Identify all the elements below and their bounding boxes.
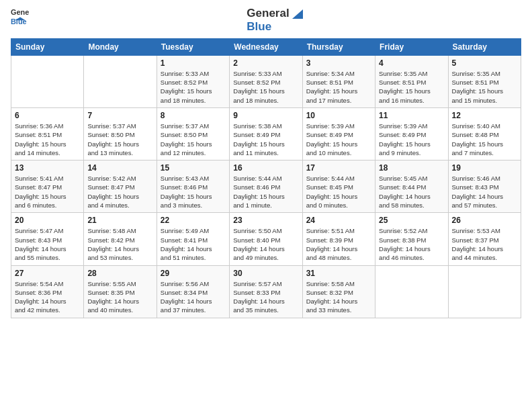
week-row-1: 1Sunrise: 5:33 AM Sunset: 8:52 PM Daylig… bbox=[11, 55, 521, 107]
day-info: Sunrise: 5:53 AM Sunset: 8:37 PM Dayligh… bbox=[452, 226, 517, 262]
day-number: 25 bbox=[379, 216, 444, 225]
weekday-header-monday: Monday bbox=[84, 38, 157, 55]
calendar-cell: 31Sunrise: 5:58 AM Sunset: 8:32 PM Dayli… bbox=[302, 265, 375, 318]
day-info: Sunrise: 5:44 AM Sunset: 8:46 PM Dayligh… bbox=[233, 174, 298, 210]
week-row-5: 27Sunrise: 5:54 AM Sunset: 8:36 PM Dayli… bbox=[11, 265, 521, 318]
calendar-cell: 19Sunrise: 5:46 AM Sunset: 8:43 PM Dayli… bbox=[448, 161, 521, 213]
calendar-cell: 4Sunrise: 5:35 AM Sunset: 8:51 PM Daylig… bbox=[375, 55, 448, 107]
day-info: Sunrise: 5:43 AM Sunset: 8:46 PM Dayligh… bbox=[161, 174, 226, 210]
calendar-cell: 15Sunrise: 5:43 AM Sunset: 8:46 PM Dayli… bbox=[157, 161, 229, 213]
calendar-cell bbox=[11, 55, 84, 107]
calendar-cell: 7Sunrise: 5:37 AM Sunset: 8:50 PM Daylig… bbox=[84, 107, 157, 160]
day-info: Sunrise: 5:58 AM Sunset: 8:32 PM Dayligh… bbox=[306, 279, 371, 315]
svg-marker-3 bbox=[292, 9, 303, 19]
calendar-cell bbox=[84, 55, 157, 107]
calendar-cell: 10Sunrise: 5:39 AM Sunset: 8:49 PM Dayli… bbox=[302, 107, 375, 160]
logo: General Blue bbox=[11, 7, 30, 26]
header: General Blue GeneralBlue bbox=[11, 7, 521, 34]
calendar-cell: 25Sunrise: 5:52 AM Sunset: 8:38 PM Dayli… bbox=[375, 213, 448, 265]
weekday-header-wednesday: Wednesday bbox=[230, 38, 302, 55]
day-number: 21 bbox=[87, 216, 152, 225]
calendar-cell: 28Sunrise: 5:55 AM Sunset: 8:35 PM Dayli… bbox=[84, 265, 157, 318]
day-number: 28 bbox=[87, 269, 152, 278]
calendar-cell: 13Sunrise: 5:41 AM Sunset: 8:47 PM Dayli… bbox=[11, 161, 84, 213]
svg-text:General: General bbox=[11, 8, 30, 16]
day-info: Sunrise: 5:34 AM Sunset: 8:51 PM Dayligh… bbox=[306, 69, 371, 105]
day-info: Sunrise: 5:33 AM Sunset: 8:52 PM Dayligh… bbox=[161, 69, 226, 105]
day-number: 14 bbox=[87, 163, 152, 173]
calendar-cell: 8Sunrise: 5:37 AM Sunset: 8:50 PM Daylig… bbox=[157, 107, 229, 160]
logo-general: General bbox=[247, 7, 289, 20]
week-row-4: 20Sunrise: 5:47 AM Sunset: 8:43 PM Dayli… bbox=[11, 213, 521, 265]
calendar-cell bbox=[448, 265, 521, 318]
calendar-cell: 3Sunrise: 5:34 AM Sunset: 8:51 PM Daylig… bbox=[302, 55, 375, 107]
day-number: 7 bbox=[87, 111, 152, 120]
day-number: 3 bbox=[306, 58, 371, 68]
day-info: Sunrise: 5:42 AM Sunset: 8:47 PM Dayligh… bbox=[87, 174, 152, 210]
day-number: 17 bbox=[306, 163, 371, 173]
calendar-cell: 17Sunrise: 5:44 AM Sunset: 8:45 PM Dayli… bbox=[302, 161, 375, 213]
day-number: 13 bbox=[15, 163, 80, 173]
calendar-cell: 24Sunrise: 5:51 AM Sunset: 8:39 PM Dayli… bbox=[302, 213, 375, 265]
day-number: 29 bbox=[161, 269, 226, 278]
day-info: Sunrise: 5:41 AM Sunset: 8:47 PM Dayligh… bbox=[15, 174, 80, 210]
day-number: 19 bbox=[452, 163, 517, 173]
logo-text-block: GeneralBlue bbox=[247, 7, 304, 34]
day-number: 22 bbox=[161, 216, 226, 225]
day-info: Sunrise: 5:35 AM Sunset: 8:51 PM Dayligh… bbox=[452, 69, 517, 105]
day-number: 27 bbox=[15, 269, 80, 278]
calendar-cell bbox=[375, 265, 448, 318]
weekday-header-friday: Friday bbox=[375, 38, 448, 55]
day-number: 20 bbox=[15, 216, 80, 225]
day-number: 23 bbox=[233, 216, 298, 225]
calendar-cell: 26Sunrise: 5:53 AM Sunset: 8:37 PM Dayli… bbox=[448, 213, 521, 265]
day-number: 18 bbox=[379, 163, 444, 173]
day-info: Sunrise: 5:45 AM Sunset: 8:44 PM Dayligh… bbox=[379, 174, 444, 210]
calendar-cell: 23Sunrise: 5:50 AM Sunset: 8:40 PM Dayli… bbox=[230, 213, 302, 265]
calendar-cell: 22Sunrise: 5:49 AM Sunset: 8:41 PM Dayli… bbox=[157, 213, 229, 265]
day-info: Sunrise: 5:49 AM Sunset: 8:41 PM Dayligh… bbox=[161, 226, 226, 262]
day-number: 2 bbox=[233, 58, 298, 68]
day-info: Sunrise: 5:40 AM Sunset: 8:48 PM Dayligh… bbox=[452, 122, 517, 157]
weekday-header-sunday: Sunday bbox=[11, 38, 84, 55]
weekday-header-tuesday: Tuesday bbox=[157, 38, 229, 55]
day-number: 5 bbox=[452, 58, 517, 68]
day-number: 10 bbox=[306, 111, 371, 120]
week-row-3: 13Sunrise: 5:41 AM Sunset: 8:47 PM Dayli… bbox=[11, 161, 521, 213]
logo-icon: General Blue bbox=[11, 7, 30, 26]
day-info: Sunrise: 5:36 AM Sunset: 8:51 PM Dayligh… bbox=[15, 122, 80, 157]
calendar-cell: 1Sunrise: 5:33 AM Sunset: 8:52 PM Daylig… bbox=[157, 55, 229, 107]
day-number: 24 bbox=[306, 216, 371, 225]
week-row-2: 6Sunrise: 5:36 AM Sunset: 8:51 PM Daylig… bbox=[11, 107, 521, 160]
day-number: 31 bbox=[306, 269, 371, 278]
calendar-cell: 2Sunrise: 5:33 AM Sunset: 8:52 PM Daylig… bbox=[230, 55, 302, 107]
calendar-cell: 14Sunrise: 5:42 AM Sunset: 8:47 PM Dayli… bbox=[84, 161, 157, 213]
calendar-table: SundayMondayTuesdayWednesdayThursdayFrid… bbox=[11, 38, 521, 318]
day-number: 30 bbox=[233, 269, 298, 278]
day-info: Sunrise: 5:38 AM Sunset: 8:49 PM Dayligh… bbox=[233, 122, 298, 157]
day-info: Sunrise: 5:57 AM Sunset: 8:33 PM Dayligh… bbox=[233, 279, 298, 315]
day-info: Sunrise: 5:50 AM Sunset: 8:40 PM Dayligh… bbox=[233, 226, 298, 262]
day-info: Sunrise: 5:37 AM Sunset: 8:50 PM Dayligh… bbox=[87, 122, 152, 157]
day-number: 8 bbox=[161, 111, 226, 120]
day-number: 1 bbox=[161, 58, 226, 68]
calendar-cell: 20Sunrise: 5:47 AM Sunset: 8:43 PM Dayli… bbox=[11, 213, 84, 265]
day-info: Sunrise: 5:47 AM Sunset: 8:43 PM Dayligh… bbox=[15, 226, 80, 262]
calendar-cell: 9Sunrise: 5:38 AM Sunset: 8:49 PM Daylig… bbox=[230, 107, 302, 160]
calendar-cell: 27Sunrise: 5:54 AM Sunset: 8:36 PM Dayli… bbox=[11, 265, 84, 318]
day-number: 6 bbox=[15, 111, 80, 120]
day-info: Sunrise: 5:39 AM Sunset: 8:49 PM Dayligh… bbox=[306, 122, 371, 157]
day-info: Sunrise: 5:46 AM Sunset: 8:43 PM Dayligh… bbox=[452, 174, 517, 210]
day-info: Sunrise: 5:33 AM Sunset: 8:52 PM Dayligh… bbox=[233, 69, 298, 105]
calendar-cell: 21Sunrise: 5:48 AM Sunset: 8:42 PM Dayli… bbox=[84, 213, 157, 265]
weekday-header-row: SundayMondayTuesdayWednesdayThursdayFrid… bbox=[11, 38, 521, 55]
day-info: Sunrise: 5:48 AM Sunset: 8:42 PM Dayligh… bbox=[87, 226, 152, 262]
day-info: Sunrise: 5:35 AM Sunset: 8:51 PM Dayligh… bbox=[379, 69, 444, 105]
day-number: 9 bbox=[233, 111, 298, 120]
page: General Blue GeneralBlue SundayMondayTue… bbox=[0, 0, 532, 411]
day-number: 11 bbox=[379, 111, 444, 120]
weekday-header-saturday: Saturday bbox=[448, 38, 521, 55]
day-info: Sunrise: 5:51 AM Sunset: 8:39 PM Dayligh… bbox=[306, 226, 371, 262]
calendar-cell: 6Sunrise: 5:36 AM Sunset: 8:51 PM Daylig… bbox=[11, 107, 84, 160]
day-info: Sunrise: 5:39 AM Sunset: 8:49 PM Dayligh… bbox=[379, 122, 444, 157]
